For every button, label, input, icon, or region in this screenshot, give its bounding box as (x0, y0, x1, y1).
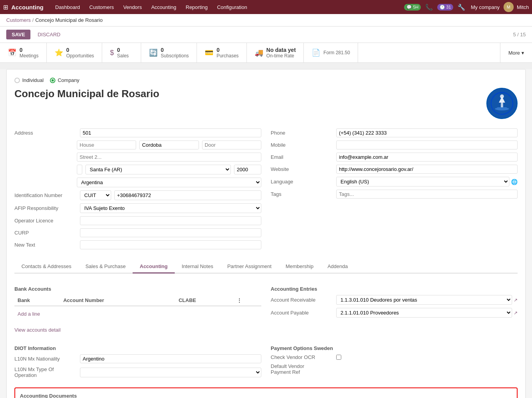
mobile-row: Mobile (271, 140, 518, 149)
receivable-select[interactable]: 1.1.3.01.010 Deudores por ventas (336, 295, 512, 305)
cuit-input[interactable] (114, 190, 261, 200)
company-logo (486, 88, 518, 119)
more-label: More (508, 50, 520, 56)
tabs-bar: Contacts & Addresses Sales & Purchase Ac… (14, 260, 518, 274)
payable-external-link-icon[interactable]: ↗ (514, 310, 518, 316)
nav-accounting[interactable]: Accounting (147, 3, 180, 12)
email-row: Email (271, 153, 518, 162)
receivable-label: Account Receivable (271, 297, 333, 303)
company-radio-circle (50, 78, 55, 83)
tab-partner-assignment[interactable]: Partner Assignment (220, 260, 278, 274)
smart-btn-form[interactable]: 📄 Form 281.50 (304, 43, 358, 62)
language-refresh-icon[interactable]: 🌐 (511, 179, 518, 185)
save-button[interactable]: SAVE (6, 30, 30, 39)
website-input[interactable] (336, 165, 518, 174)
smart-btn-meetings[interactable]: 📅 0 Meetings (0, 43, 47, 62)
accounting-docs-header: Accounting Documents (20, 393, 512, 398)
phone-label: Phone (271, 130, 333, 136)
individual-radio[interactable]: Individual (14, 77, 44, 83)
purchases-count: 0 (216, 47, 239, 53)
afip-select[interactable]: IVA Sujeto Exento (80, 203, 261, 213)
clock-badge[interactable]: 🕐31 (437, 4, 453, 11)
breadcrumb-parent[interactable]: Customers (6, 17, 31, 23)
nav-vendors[interactable]: Vendors (119, 3, 146, 12)
country-select[interactable]: Argentina (77, 178, 261, 187)
curp-input[interactable] (80, 228, 261, 237)
meetings-count: 0 (20, 47, 39, 53)
opportunities-icon: ⭐ (55, 48, 63, 57)
phone-icon[interactable]: 📞 (424, 2, 434, 12)
website-row: Website (271, 165, 518, 174)
default-vendor-label: Default Vendor Payment Ref (271, 363, 333, 375)
operator-input[interactable] (80, 216, 261, 225)
city-input[interactable] (77, 165, 82, 174)
diot-section: DIOT Information L10N Mx Nationality L10… (14, 339, 261, 381)
smart-btn-ontime[interactable]: 🚚 No data yet On-time Rate (247, 43, 304, 62)
mobile-input[interactable] (336, 140, 518, 149)
discard-button[interactable]: DISCARD (34, 30, 64, 39)
nationality-input[interactable] (80, 354, 261, 363)
smart-buttons-bar: 📅 0 Meetings ⭐ 0 Opportunities $ 0 Sales… (0, 43, 532, 63)
receivable-external-link-icon[interactable]: ↗ (514, 297, 518, 303)
app-name: Accounting (11, 4, 44, 11)
tab-addenda[interactable]: Addenda (321, 260, 355, 274)
nav-dashboard[interactable]: Dashboard (51, 3, 84, 12)
operator-label: Operator Licence (14, 218, 77, 224)
nav-customers[interactable]: Customers (85, 3, 118, 12)
tags-input[interactable] (336, 190, 518, 199)
language-select[interactable]: English (US) (336, 177, 509, 187)
type-operation-select[interactable] (80, 368, 261, 377)
smart-btn-opportunities[interactable]: ⭐ 0 Opportunities (47, 43, 102, 62)
phone-input[interactable] (336, 128, 518, 137)
right-column: Phone Mobile Email Website Language (271, 128, 518, 252)
purchases-label: Purchases (216, 53, 239, 59)
smart-btn-sales[interactable]: $ 0 Sales (102, 43, 141, 62)
city-state-row: Santa Fe (AR) (14, 165, 261, 174)
address-door-input[interactable] (202, 140, 261, 149)
view-accounts-button[interactable]: View accounts detail (14, 327, 60, 333)
new-text-input[interactable] (80, 240, 261, 249)
bank-accounts-table: Bank Account Number CLABE ⋮ (14, 295, 261, 306)
smart-btn-subscriptions[interactable]: 🔄 0 Subscriptions (141, 43, 197, 62)
main-fields: Address Sant (14, 128, 518, 252)
email-input[interactable] (336, 153, 518, 162)
payable-select[interactable]: 2.1.1.01.010 Proveedores (336, 308, 512, 318)
address-number-input[interactable] (80, 128, 261, 137)
company-title: Concejo Municipal de Rosario (14, 88, 486, 100)
nav-reporting[interactable]: Reporting (182, 3, 211, 12)
zip-input[interactable] (234, 165, 261, 174)
address-label: Address (14, 130, 77, 136)
nav-configuration[interactable]: Configuration (213, 3, 251, 12)
cuit-type-select[interactable]: CUIT (80, 190, 111, 200)
tab-accounting[interactable]: Accounting (133, 260, 175, 274)
smart-btn-purchases[interactable]: 💳 0 Purchases (197, 43, 247, 62)
tab-contacts[interactable]: Contacts & Addresses (14, 260, 78, 274)
entity-type-selector: Individual Company (14, 77, 518, 83)
tab-sales-purchase[interactable]: Sales & Purchase (78, 260, 133, 274)
state-select[interactable]: Santa Fe (AR) (85, 165, 231, 174)
tab-internal-notes[interactable]: Internal Notes (175, 260, 220, 274)
payable-row: Account Payable 2.1.1.01.010 Proveedores… (271, 308, 518, 318)
accounting-entries-section: Accounting Entries Account Receivable 1.… (271, 280, 518, 321)
check-vendor-label: Check Vendor OCR (271, 354, 333, 360)
company-radio[interactable]: Company (50, 77, 80, 83)
bank-accounts-section: Bank Accounts Bank Account Number CLABE … (14, 280, 261, 321)
form-toolbar: SAVE DISCARD 5 / 15 (0, 27, 532, 43)
tab-membership[interactable]: Membership (278, 260, 321, 274)
address-house-input[interactable] (77, 140, 136, 149)
receivable-row: Account Receivable 1.1.3.01.010 Deudores… (271, 295, 518, 305)
street2-input[interactable] (77, 153, 261, 162)
phone-row: Phone (271, 128, 518, 137)
truck-icon: 🚚 (255, 48, 263, 57)
activity-badge[interactable]: 💬5H (404, 4, 421, 11)
address-city-input[interactable] (139, 140, 199, 149)
app-grid-icon[interactable]: ⊞ (3, 4, 8, 11)
language-row: Language English (US) 🌐 (271, 177, 518, 187)
breadcrumb-current: Concejo Municipal de Rosario (35, 17, 103, 23)
user-avatar[interactable]: M (504, 2, 514, 12)
add-bank-line-button[interactable]: Add a line (14, 309, 43, 318)
address-detail-row (14, 140, 261, 149)
check-vendor-checkbox[interactable] (336, 355, 341, 360)
more-button[interactable]: More ▾ (500, 43, 532, 62)
settings-icon[interactable]: 🔧 (456, 2, 467, 12)
